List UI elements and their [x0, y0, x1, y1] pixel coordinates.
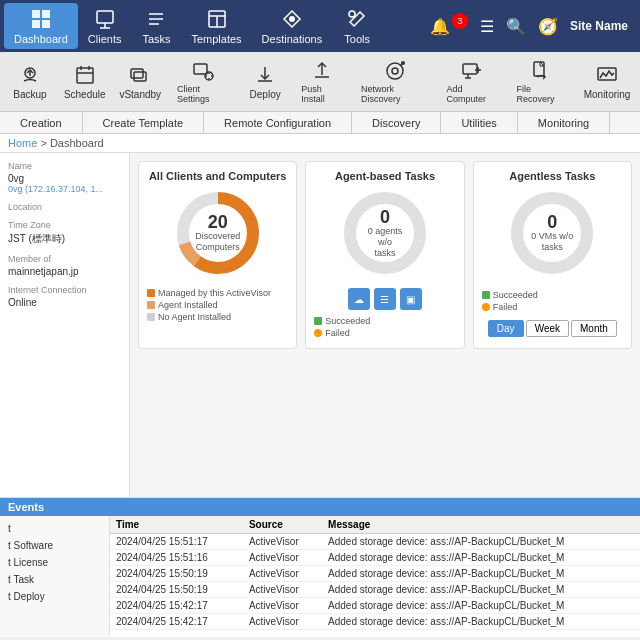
event-filter-deploy[interactable]: t Deploy [4, 588, 105, 605]
member-label: Member of [8, 254, 121, 264]
dashboard-icon [29, 7, 53, 31]
deploy-icon [253, 63, 277, 87]
client-settings-icon [191, 60, 215, 82]
event-filter-task[interactable]: t Task [4, 571, 105, 588]
tab-remote-config[interactable]: Remote Configuration [204, 112, 352, 133]
charts-row: All Clients and Computers 20 DiscoveredC… [138, 161, 632, 349]
agent-tasks-legend: Succeeded Failed [314, 316, 455, 340]
templates-icon [205, 7, 229, 31]
table-row[interactable]: 2024/04/25 15:42:17ActiveVisorAdded stor… [110, 598, 640, 614]
tab-utilities[interactable]: Utilities [441, 112, 517, 133]
svg-rect-3 [42, 20, 50, 28]
schedule-icon [73, 63, 97, 87]
table-row[interactable]: 2024/04/25 15:50:19ActiveVisorAdded stor… [110, 566, 640, 582]
site-name: Site Name [570, 19, 628, 33]
internet-value: Online [8, 297, 121, 308]
left-sidebar: Name 0vg 0vg (172.16.37.104, 1... Locati… [0, 153, 130, 497]
agentless-tasks-chart: Agentless Tasks 0 0 VMs w/otasks Succeed… [473, 161, 632, 349]
breadcrumb: Home > Dashboard [0, 134, 640, 153]
all-clients-center: 20 DiscoveredComputers [195, 213, 240, 253]
schedule-button[interactable]: Schedule [58, 56, 111, 108]
week-button[interactable]: Week [526, 320, 569, 337]
search-icon[interactable]: 🔍 [506, 17, 526, 36]
nav-tasks[interactable]: Tasks [131, 3, 181, 49]
push-install-icon [310, 60, 334, 82]
breadcrumb-home[interactable]: Home [8, 137, 37, 149]
event-filter-license[interactable]: t License [4, 554, 105, 571]
bell-icon[interactable]: 🔔 [430, 17, 450, 36]
tab-creation[interactable]: Creation [0, 112, 83, 133]
agentless-tasks-donut: 0 0 VMs w/otasks [507, 188, 597, 278]
events-header: Events [0, 498, 640, 516]
file-recovery-icon [529, 60, 553, 82]
grid-task-icon[interactable]: ▣ [400, 288, 422, 310]
main-toolbar: Backup Schedule vStandby [0, 52, 640, 112]
agentless-tasks-title: Agentless Tasks [509, 170, 595, 182]
tab-discovery[interactable]: Discovery [352, 112, 441, 133]
svg-rect-4 [97, 11, 113, 23]
col-source: Source [243, 516, 322, 534]
network-discovery-button[interactable]: Network Discovery [353, 56, 436, 108]
agent-tasks-center: 0 0 agents w/otasks [362, 208, 407, 258]
svg-rect-20 [131, 69, 143, 78]
svg-rect-21 [134, 72, 146, 81]
nav-dashboard[interactable]: Dashboard [4, 3, 78, 49]
name-label: Name [8, 161, 121, 171]
dashboard-content: All Clients and Computers 20 DiscoveredC… [130, 153, 640, 497]
add-computer-button[interactable]: Add Computer [438, 56, 506, 108]
event-filter-software[interactable]: t Software [4, 537, 105, 554]
main-content-area: Name 0vg 0vg (172.16.37.104, 1... Locati… [0, 153, 640, 497]
svg-rect-32 [463, 64, 477, 74]
table-row[interactable]: 2024/04/25 15:42:17ActiveVisorAdded stor… [110, 614, 640, 630]
svg-rect-16 [77, 68, 93, 83]
breadcrumb-current: Dashboard [50, 137, 104, 149]
deploy-button[interactable]: Deploy [239, 56, 291, 108]
time-range-buttons: Day Week Month [488, 320, 617, 337]
name-value: 0vg [8, 173, 121, 184]
list-task-icon[interactable]: ☰ [374, 288, 396, 310]
day-button[interactable]: Day [488, 320, 524, 337]
table-row[interactable]: 2024/04/25 15:50:19ActiveVisorAdded stor… [110, 582, 640, 598]
nav-clients[interactable]: Clients [78, 3, 132, 49]
event-filter-t[interactable]: t [4, 520, 105, 537]
month-button[interactable]: Month [571, 320, 617, 337]
client-settings-button[interactable]: Client Settings [169, 56, 237, 108]
add-computer-icon [460, 60, 484, 82]
tab-create-template[interactable]: Create Template [83, 112, 205, 133]
table-row[interactable]: 2024/04/25 15:51:17ActiveVisorAdded stor… [110, 534, 640, 550]
nav-right-area: 🔔 3 ☰ 🔍 🧭 Site Name [430, 17, 636, 36]
table-row[interactable]: 2024/04/25 15:51:16ActiveVisorAdded stor… [110, 550, 640, 566]
events-table: Time Source Message 2024/04/25 15:51:17A… [110, 516, 640, 636]
nav-tools[interactable]: Tools [332, 3, 382, 49]
tab-monitoring[interactable]: Monitoring [518, 112, 610, 133]
svg-point-13 [289, 16, 295, 22]
tasks-icon [144, 7, 168, 31]
all-clients-donut: 20 DiscoveredComputers [173, 188, 263, 278]
vstandby-button[interactable]: vStandby [113, 56, 166, 108]
col-message: Message [322, 516, 640, 534]
agent-tasks-donut: 0 0 agents w/otasks [340, 188, 430, 278]
cloud-task-icon[interactable]: ☁ [348, 288, 370, 310]
monitoring-button[interactable]: Monitoring [578, 56, 636, 108]
timezone-value: JST (標準時) [8, 232, 121, 246]
member-value: mainnetjapan.jp [8, 266, 121, 277]
list-icon[interactable]: ☰ [480, 17, 494, 36]
nav-templates[interactable]: Templates [181, 3, 251, 49]
clients-icon [93, 7, 117, 31]
destinations-icon [280, 7, 304, 31]
network-discovery-icon [383, 60, 407, 82]
file-recovery-button[interactable]: File Recovery [509, 56, 574, 108]
backup-button[interactable]: Backup [4, 56, 56, 108]
notification-badge: 3 [452, 13, 468, 29]
tools-icon [345, 7, 369, 31]
col-time: Time [110, 516, 243, 534]
svg-rect-22 [194, 64, 207, 74]
agent-tasks-chart: Agent-based Tasks 0 0 agents w/otasks ☁ … [305, 161, 464, 349]
ip-value: 0vg (172.16.37.104, 1... [8, 184, 121, 194]
push-install-button[interactable]: Push Install [293, 56, 351, 108]
agent-task-icons: ☁ ☰ ▣ [348, 288, 422, 310]
svg-point-29 [392, 68, 398, 74]
svg-point-14 [349, 11, 355, 17]
svg-point-31 [401, 61, 405, 65]
nav-destinations[interactable]: Destinations [252, 3, 333, 49]
